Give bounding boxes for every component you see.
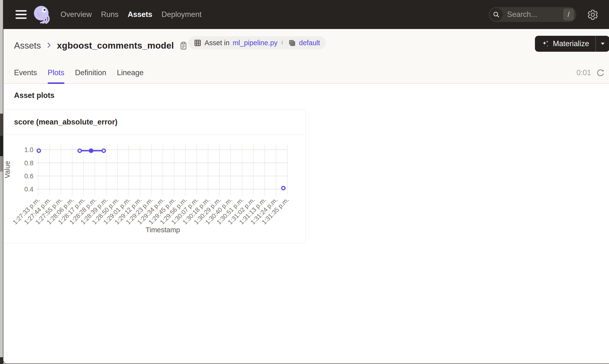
dagster-logo[interactable] <box>31 4 53 25</box>
pipeline-file-link[interactable]: ml_pipeline.py <box>233 39 277 47</box>
x-axis-title: Timestamp <box>145 226 180 234</box>
data-point-open <box>78 149 81 152</box>
data-point-open <box>37 149 41 152</box>
sparkles-icon <box>541 40 550 48</box>
nav-item-assets[interactable]: Assets <box>128 10 152 19</box>
primary-nav: Overview Runs Assets Deployment <box>60 0 202 29</box>
materialize-split-button: Materialize <box>535 36 609 52</box>
y-tick-label: 1.0 <box>24 146 33 154</box>
materialize-button-label: Materialize <box>553 39 589 48</box>
y-tick-label: 0.8 <box>24 159 33 167</box>
materialize-dropdown-button[interactable] <box>596 36 609 52</box>
table-grid-icon <box>194 39 201 47</box>
materialize-button[interactable]: Materialize <box>535 36 595 52</box>
asset-group-badge[interactable]: default <box>282 36 326 49</box>
y-axis-title: Value <box>3 161 11 178</box>
asset-group-icon <box>288 39 296 47</box>
asset-tabs-bar: Events Plots Definition Lineage 0:01 <box>3 62 609 84</box>
y-tick-label: 0.4 <box>24 186 33 193</box>
line-chart-svg: 0.40.60.81.01:27:33 p.m.1:27:44 p.m.1:27… <box>3 135 306 243</box>
nav-item-overview[interactable]: Overview <box>60 10 92 19</box>
gear-icon[interactable] <box>587 9 598 20</box>
search-input[interactable] <box>507 10 548 19</box>
tab-events[interactable]: Events <box>14 62 37 83</box>
refresh-icon[interactable] <box>596 68 605 78</box>
y-tick-label: 0.6 <box>24 173 33 180</box>
search-box[interactable]: / <box>489 7 576 22</box>
tab-lineage[interactable]: Lineage <box>117 62 144 83</box>
plot-card: score (mean_absolute_error) 0.40.60.81.0… <box>3 109 306 243</box>
page-title: xgboost_comments_model <box>57 41 174 51</box>
search-icon <box>490 8 503 21</box>
copy-asset-name-icon[interactable] <box>179 41 188 50</box>
top-nav-bar: Overview Runs Assets Deployment / <box>3 0 609 29</box>
search-shortcut-badge: / <box>563 8 574 21</box>
section-heading: Asset plots <box>14 91 55 100</box>
asset-definition-badge[interactable]: Asset in ml_pipeline.py <box>188 36 293 49</box>
data-point-open <box>102 149 105 152</box>
breadcrumb-assets-link[interactable]: Assets <box>14 41 41 51</box>
plots-panel: Asset plots score (mean_absolute_error) … <box>3 84 609 364</box>
plot-card-header: score (mean_absolute_error) <box>3 109 305 135</box>
caret-down-icon <box>601 42 605 45</box>
data-point-filled <box>89 148 93 153</box>
group-default-link[interactable]: default <box>299 39 320 47</box>
tab-plots[interactable]: Plots <box>48 62 64 83</box>
data-point-open <box>282 186 285 190</box>
asset-in-label: Asset in <box>205 39 229 47</box>
breadcrumb: Assets xgboost_comments_model <box>14 37 188 54</box>
plot-title: score (mean_absolute_error) <box>14 118 117 126</box>
line-chart: 0.40.60.81.01:27:33 p.m.1:27:44 p.m.1:27… <box>3 135 306 243</box>
tab-definition[interactable]: Definition <box>75 62 106 83</box>
chevron-right-icon <box>45 41 53 50</box>
nav-item-runs[interactable]: Runs <box>101 10 118 19</box>
hamburger-menu-icon[interactable] <box>15 9 27 20</box>
refresh-countdown: 0:01 <box>577 62 591 83</box>
dagster-app-window: Overview Runs Assets Deployment / Assets <box>3 0 609 364</box>
nav-item-deployment[interactable]: Deployment <box>161 10 201 19</box>
